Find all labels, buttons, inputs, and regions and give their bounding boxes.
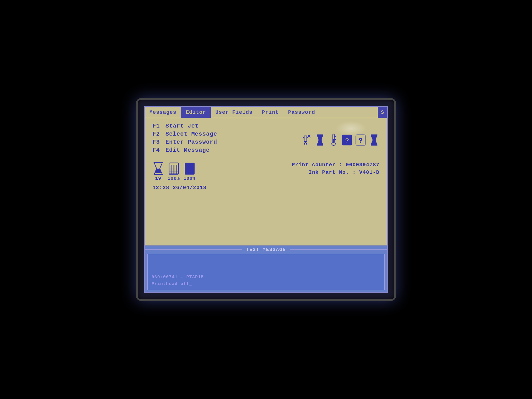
fkey-row-f1: F1 Start Jet xyxy=(152,123,296,129)
fkey-f2-label: F2 xyxy=(152,131,165,137)
title-line-left xyxy=(145,249,242,250)
fkey-f1-label: F1 xyxy=(152,123,165,129)
menu-badge: S xyxy=(378,107,387,118)
ink-cartridge-icon: 100% xyxy=(168,162,180,181)
fkey-row-f2: F2 Select Message xyxy=(152,131,296,137)
print-counter-label: Print counter : xyxy=(292,162,342,168)
ink-pct-label: 100% xyxy=(168,176,180,181)
info-row: 19 xyxy=(152,162,380,191)
datetime: 12:28 26/04/2018 xyxy=(152,185,207,191)
hourglass-value: 19 xyxy=(155,176,161,181)
hourglass-small-filled-icon xyxy=(369,134,380,146)
question-box2-icon: ? xyxy=(355,134,366,146)
menu-messages[interactable]: Messages xyxy=(145,107,181,118)
ink-part-line: Ink Part No. : V401-D xyxy=(292,169,380,175)
screen-outer: Messages Editor User Fields Print Passwo… xyxy=(136,98,396,301)
menu-password[interactable]: Password xyxy=(283,107,320,118)
message-line-2: Printhead off_ xyxy=(151,281,381,287)
title-line-right xyxy=(290,249,387,250)
print-counter-value: 0000394787 xyxy=(346,162,380,168)
main-content: F1 Start Jet F2 Select Message F3 Enter … xyxy=(145,118,387,245)
fkey-f1-text[interactable]: Start Jet xyxy=(165,123,199,129)
fkey-row-f3: F3 Enter Password xyxy=(152,139,296,145)
ink-part-value: V401-D xyxy=(359,169,380,175)
svg-text:?: ? xyxy=(345,137,349,145)
svg-text:?: ? xyxy=(358,137,363,145)
svg-rect-27 xyxy=(169,163,178,174)
svg-rect-0 xyxy=(304,136,307,142)
screen-inner: Messages Editor User Fields Print Passwo… xyxy=(144,106,388,293)
ink-part-label: Ink Part No. : xyxy=(309,169,356,175)
svg-marker-7 xyxy=(317,135,323,145)
status-icons: ? ? xyxy=(301,125,380,155)
solvent-pct-label: 100% xyxy=(183,176,196,181)
menu-user-fields[interactable]: User Fields xyxy=(211,107,257,118)
bottom-icons: 19 xyxy=(152,162,207,191)
menu-bar: Messages Editor User Fields Print Passwo… xyxy=(145,107,387,118)
solvent-cartridge-icon: 100% xyxy=(183,162,196,181)
fkey-row-f4: F4 Edit Message xyxy=(152,147,296,154)
fkey-f4-text[interactable]: Edit Message xyxy=(165,147,210,154)
svg-marker-20 xyxy=(371,135,377,145)
fkeys-list: F1 Start Jet F2 Select Message F3 Enter … xyxy=(152,123,296,155)
fkey-f3-text[interactable]: Enter Password xyxy=(165,139,217,145)
hourglass-status-icon xyxy=(315,134,325,146)
svg-rect-15 xyxy=(333,139,334,143)
svg-point-6 xyxy=(304,142,307,145)
print-counter-line: Print counter : 0000394787 xyxy=(292,162,380,168)
menu-editor[interactable]: Editor xyxy=(181,107,211,118)
fkey-f4-label: F4 xyxy=(152,147,165,154)
question-box-icon: ? xyxy=(342,134,353,146)
message-panel: TEST MESSAGE 069:00741 - PTAP15 Printhea… xyxy=(145,245,387,292)
bottom-icons-row: 19 xyxy=(152,162,196,181)
fkey-f3-label: F3 xyxy=(152,139,165,145)
svg-rect-39 xyxy=(185,163,194,174)
fkey-f2-text[interactable]: Select Message xyxy=(165,131,217,137)
message-line-1: 069:00741 - PTAP15 xyxy=(151,274,381,281)
print-info: Print counter : 0000394787 Ink Part No. … xyxy=(292,162,380,177)
thermometer-icon xyxy=(328,134,339,146)
message-content: 069:00741 - PTAP15 Printhead off_ xyxy=(147,254,385,290)
menu-print[interactable]: Print xyxy=(257,107,283,118)
message-title-text: TEST MESSAGE xyxy=(242,247,290,252)
hourglass-bottom-icon: 19 xyxy=(152,162,164,181)
fkeys-section: F1 Start Jet F2 Select Message F3 Enter … xyxy=(152,123,380,155)
nozzle-blocked-icon xyxy=(301,134,312,146)
message-title-bar: TEST MESSAGE xyxy=(145,246,387,253)
